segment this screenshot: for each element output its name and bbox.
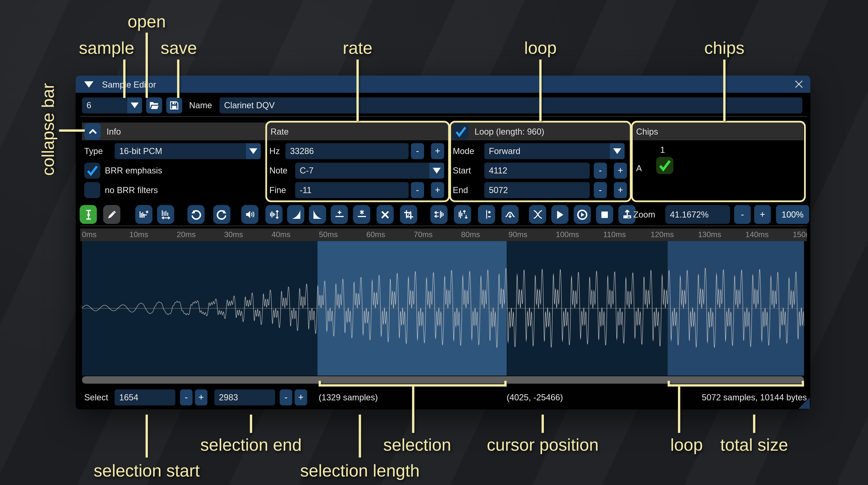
brr-emphasis-checkbox[interactable] — [84, 163, 100, 179]
selection-start-input[interactable]: 1654 — [115, 389, 175, 406]
apply-silence-button[interactable] — [353, 205, 370, 224]
chevron-down-icon[interactable] — [246, 143, 261, 159]
edit-mode-draw-button[interactable] — [103, 205, 120, 224]
annotation-cursor-position: cursor position — [487, 435, 598, 455]
type-dropdown[interactable]: 16-bit PCM — [115, 143, 261, 159]
sample-name-input[interactable]: Clarinet DQV — [219, 97, 802, 113]
ruler-tick-label: 130ms — [698, 230, 721, 239]
annotation-line-selection — [412, 386, 414, 433]
insert-silence-button[interactable] — [331, 205, 348, 224]
info-panel-header: Info — [82, 123, 267, 140]
crop-icon — [403, 209, 414, 220]
name-label: Name — [189, 97, 212, 113]
wave-plus-icon — [138, 209, 149, 220]
annotation-loop-bottom: loop — [670, 435, 703, 455]
window-titlebar: Sample Editor — [76, 76, 810, 93]
annotation-line-selection-length — [359, 415, 361, 458]
save-sample-button[interactable] — [166, 97, 182, 113]
selection-start-plus-button[interactable]: + — [195, 389, 208, 406]
undo-button[interactable] — [187, 205, 205, 224]
export-button[interactable] — [618, 205, 636, 224]
brr-emphasis-label: BRR emphasis — [105, 163, 162, 179]
ruler-tick-label: 50ms — [319, 230, 338, 239]
zoom-input[interactable]: 41.1672% — [665, 205, 730, 224]
resize-button[interactable] — [135, 205, 152, 224]
chevron-down-icon[interactable] — [127, 97, 142, 113]
filter-button[interactable] — [501, 205, 519, 224]
annotation-chips: chips — [704, 38, 744, 58]
crossfade-loop-button[interactable] — [529, 205, 546, 224]
delete-button[interactable] — [376, 205, 394, 224]
selection-end-plus-button[interactable]: + — [294, 389, 307, 406]
window-collapse-icon[interactable] — [84, 81, 93, 87]
loop-panel-highlight — [449, 121, 631, 202]
ibeam-icon — [83, 208, 94, 221]
sample-index-value: 6 — [82, 97, 127, 113]
reverse-button[interactable] — [430, 205, 447, 224]
check-icon — [85, 164, 99, 177]
annotation-save: save — [161, 38, 197, 58]
time-ruler[interactable]: 0ms10ms20ms30ms40ms50ms60ms70ms80ms90ms1… — [80, 228, 807, 241]
window-title: Sample Editor — [102, 79, 156, 89]
waveform-scrollbar[interactable] — [82, 376, 804, 384]
speaker-icon — [244, 209, 255, 220]
normalize-icon — [269, 209, 279, 220]
annotation-selection: selection — [383, 435, 451, 455]
plus-minus-icon — [481, 209, 492, 220]
sign-button[interactable] — [478, 205, 495, 224]
folder-open-icon — [149, 100, 160, 111]
play-button[interactable] — [551, 205, 568, 224]
fade-out-button[interactable] — [309, 205, 326, 224]
resample-button[interactable] — [157, 205, 174, 224]
selection-end-minus-button[interactable]: - — [280, 389, 292, 406]
asterisk-line-icon — [356, 209, 367, 220]
invert-button[interactable] — [454, 205, 471, 224]
stop-button[interactable] — [596, 205, 613, 224]
waveform-canvas[interactable] — [82, 241, 804, 376]
plus-line-icon — [334, 209, 345, 220]
amplify-button[interactable] — [241, 205, 258, 224]
window-resize-grip[interactable] — [798, 397, 810, 409]
annotation-rate: rate — [343, 38, 373, 58]
no-brr-filters-checkbox[interactable] — [84, 182, 100, 198]
invert-icon — [457, 209, 468, 220]
screenshot-root: Sample Editor 6 Name Clarinet DQV Info T… — [0, 0, 868, 485]
normalize-button[interactable] — [265, 205, 282, 224]
ruler-tick-label: 100ms — [556, 230, 579, 239]
annotation-line-chips — [723, 60, 725, 121]
annotation-collapse-bar: collapse bar — [38, 83, 58, 176]
annotation-line-total-size — [753, 415, 755, 433]
play-selection-button[interactable] — [574, 205, 591, 224]
ruler-tick-label: 70ms — [414, 230, 433, 239]
ruler-tick-label: 40ms — [272, 230, 290, 239]
annotation-line-selection-start — [146, 415, 148, 458]
selection-length-text: (1329 samples) — [318, 389, 378, 406]
zoom-reset-button[interactable]: 100% — [776, 205, 809, 224]
edit-mode-select-button[interactable] — [80, 205, 97, 224]
zoom-in-button[interactable]: + — [754, 205, 771, 224]
close-icon[interactable] — [792, 77, 806, 91]
zoom-label: Zoom — [633, 207, 655, 223]
sample-index-dropdown[interactable]: 6 — [82, 97, 142, 113]
fade-out-icon — [312, 209, 323, 220]
zoom-out-button[interactable]: - — [734, 205, 751, 224]
annotation-line-loop — [678, 386, 680, 433]
ruler-tick-label: 60ms — [366, 230, 385, 239]
annotation-line-open — [146, 33, 148, 98]
open-sample-button[interactable] — [146, 97, 162, 113]
ruler-tick-label: 80ms — [461, 230, 480, 239]
ruler-tick-label: 150ms — [793, 230, 807, 239]
collapse-bar-button[interactable] — [84, 123, 101, 140]
undo-icon — [190, 209, 202, 220]
selection-end-input[interactable]: 2983 — [214, 389, 275, 406]
annotation-selection-length: selection length — [300, 461, 420, 480]
redo-button[interactable] — [213, 205, 230, 224]
fade-in-button[interactable] — [287, 205, 304, 224]
info-panel-title: Info — [106, 127, 121, 136]
selection-start-minus-button[interactable]: - — [180, 389, 193, 406]
trim-button[interactable] — [400, 205, 417, 224]
annotation-open: open — [128, 12, 166, 31]
curves-cross-icon — [532, 209, 543, 220]
waveform-view[interactable] — [82, 241, 804, 376]
wave-stretch-icon — [160, 209, 171, 220]
